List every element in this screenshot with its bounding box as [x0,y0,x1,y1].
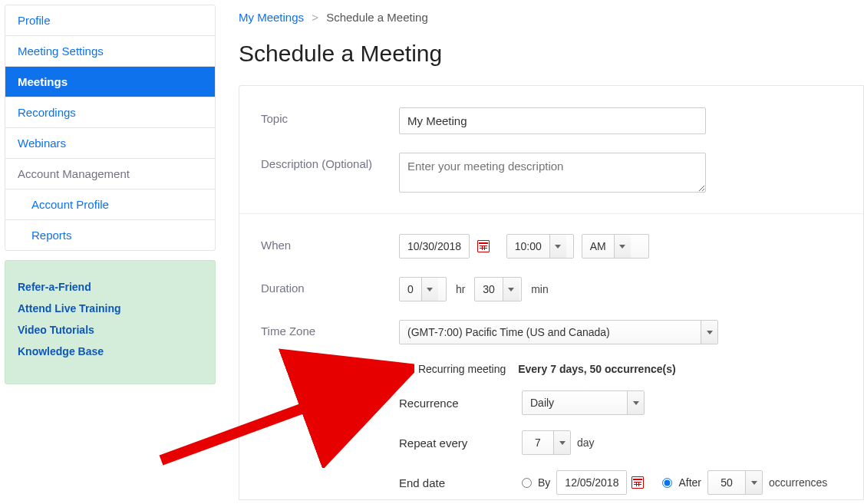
end-by-option[interactable]: By [522,476,550,489]
label-timezone: Time Zone [261,320,399,338]
form-panel: Topic Description (Optional) When 10/30/… [239,85,864,500]
duration-min-select[interactable]: 30 [474,277,522,301]
end-after-value-select[interactable]: 50 [707,470,763,495]
topic-input[interactable] [399,107,706,134]
help-link-tutorials[interactable]: Video Tutorials [18,319,203,341]
sidebar-group-account-management: Account Management [5,159,215,189]
recurring-checkbox[interactable] [399,365,409,375]
sidebar-nav: Profile Meeting Settings Meetings Record… [5,5,216,251]
label-topic: Topic [261,107,399,125]
duration-hr-select[interactable]: 0 [399,277,447,301]
label-repeat: Repeat every [399,436,522,450]
sidebar-item-profile[interactable]: Profile [5,5,215,36]
help-link-refer[interactable]: Refer-a-Friend [18,276,203,298]
label-when: When [261,234,399,252]
timezone-select[interactable]: (GMT-7:00) Pacific Time (US and Canada) [399,320,718,344]
help-link-knowledge-base[interactable]: Knowledge Base [18,341,203,362]
calendar-icon[interactable] [632,476,644,489]
when-ampm-select[interactable]: AM [582,234,649,259]
breadcrumb-current: Schedule a Meeting [326,11,428,24]
help-link-training[interactable]: Attend Live Training [18,298,203,319]
sidebar-item-reports[interactable]: Reports [5,220,215,250]
label-end-date: End date [399,476,522,489]
breadcrumb-sep: > [312,11,318,24]
recurring-checkbox-label[interactable]: Recurring meeting [399,363,509,375]
end-by-date-input[interactable]: 12/05/2018 [556,470,627,495]
recurring-summary: Every 7 days, 50 occurrence(s) [518,363,675,375]
end-after-unit: occurrences [769,476,827,489]
when-date-input[interactable]: 10/30/2018 [399,234,470,259]
min-unit: min [531,283,549,295]
label-recurrence: Recurrence [399,397,522,410]
breadcrumb-parent[interactable]: My Meetings [239,11,304,24]
description-input[interactable] [399,153,706,193]
repeat-unit: day [577,436,595,449]
end-after-radio[interactable] [662,478,672,488]
when-time-select[interactable]: 10:00 [506,234,574,259]
hr-unit: hr [456,283,465,295]
sidebar-item-webinars[interactable]: Webinars [5,128,215,159]
sidebar-item-meetings[interactable]: Meetings [5,67,215,97]
help-panel: Refer-a-Friend Attend Live Training Vide… [5,260,216,384]
end-after-option[interactable]: After [662,476,701,489]
label-duration: Duration [261,277,399,295]
page-title: Schedule a Meeting [239,41,864,67]
label-description: Description (Optional) [261,153,399,170]
recurring-text: Recurring meeting [418,363,506,375]
sidebar-item-recordings[interactable]: Recordings [5,97,215,128]
calendar-icon[interactable] [477,240,490,252]
repeat-value-select[interactable]: 7 [522,430,571,455]
end-by-radio[interactable] [522,478,532,488]
end-by-label: By [538,476,550,489]
sidebar-item-meeting-settings[interactable]: Meeting Settings [5,36,215,67]
breadcrumb: My Meetings > Schedule a Meeting [239,5,864,27]
sidebar-item-account-profile[interactable]: Account Profile [5,189,215,220]
recurrence-select[interactable]: Daily [522,390,645,415]
end-after-label: After [678,476,701,489]
